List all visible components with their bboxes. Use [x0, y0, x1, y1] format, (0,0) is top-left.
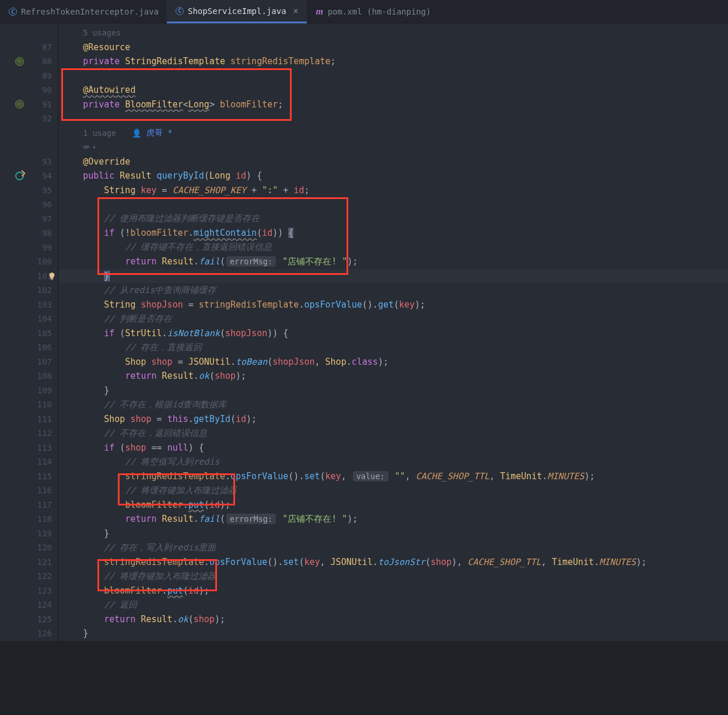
class-file-icon: C [175, 6, 184, 16]
line-number[interactable]: 119 [0, 526, 58, 541]
line-number[interactable]: ⟲88 [0, 54, 58, 69]
tab-label: ShopServiceImpl.java [188, 6, 286, 16]
line-number[interactable]: 123 [0, 584, 58, 598]
line-number[interactable]: 121 [0, 555, 58, 570]
line-number[interactable]: 114 [0, 455, 58, 469]
line-number[interactable]: 125 [0, 612, 58, 627]
usages-hint[interactable]: 1 usage [83, 128, 116, 138]
line-number[interactable]: 107 [0, 355, 58, 369]
line-number[interactable]: 106 [0, 340, 58, 355]
gutter-override-icon[interactable] [15, 171, 24, 180]
editor: 87 ⟲88 89 90 ⟲91 92 93 94 95 96 97 98 99… [0, 23, 728, 641]
line-number[interactable]: 90 [0, 83, 58, 97]
line-number[interactable]: 102 [0, 283, 58, 298]
line-number[interactable]: 112 [0, 426, 58, 441]
inlay-method-icon[interactable]: ⚮ [83, 142, 90, 152]
param-hint: value: [353, 471, 388, 482]
editor-tabs: C RefreshTokenInterceptor.java C ShopSer… [0, 0, 728, 23]
line-number[interactable]: 109 [0, 383, 58, 398]
line-number[interactable]: 98 [0, 226, 58, 240]
line-number[interactable]: 122 [0, 569, 58, 584]
line-number[interactable]: 105 [0, 326, 58, 341]
line-number[interactable]: 124 [0, 598, 58, 612]
line-number[interactable]: 120 [0, 540, 58, 555]
line-number[interactable]: 115 [0, 469, 58, 484]
tab-shop-service-impl[interactable]: C ShopServiceImpl.java × [167, 0, 307, 23]
chevron-down-icon[interactable]: ▾ [92, 144, 96, 151]
current-line[interactable]: } [58, 269, 728, 284]
annotation: @Autowired [83, 85, 135, 95]
line-number[interactable]: 103 [0, 298, 58, 312]
line-number[interactable]: 96 [0, 197, 58, 212]
line-number[interactable]: 118 [0, 512, 58, 526]
close-tab-icon[interactable]: × [293, 6, 299, 16]
param-hint: errorMsg: [226, 514, 276, 524]
line-number[interactable]: 113 [0, 441, 58, 455]
annotation: @Resource [83, 42, 130, 53]
line-number[interactable]: 116 [0, 483, 58, 498]
line-number[interactable]: 110 [0, 397, 58, 412]
line-number[interactable]: 111 [0, 412, 58, 427]
gutter-marker-icon[interactable]: ⟲ [15, 100, 24, 109]
tab-label: RefreshTokenInterceptor.java [21, 7, 159, 16]
line-number[interactable]: 89 [0, 69, 58, 83]
svg-rect-0 [51, 279, 53, 280]
line-number[interactable]: 94 [0, 169, 58, 183]
tab-pom-xml[interactable]: m pom.xml (hm-dianping) [307, 0, 439, 23]
line-number[interactable]: 97 [0, 212, 58, 226]
lightbulb-icon[interactable] [48, 272, 56, 280]
tab-refresh-token[interactable]: C RefreshTokenInterceptor.java [0, 0, 167, 23]
author-hint[interactable]: 虎哥 * [146, 128, 172, 138]
line-number[interactable]: 126 [0, 626, 58, 641]
usages-hint[interactable]: 5 usages [83, 28, 121, 37]
line-number[interactable]: 117 [0, 498, 58, 512]
line-number[interactable]: 87 [0, 40, 58, 55]
line-number[interactable]: 100 [0, 254, 58, 269]
maven-file-icon: m [315, 7, 324, 16]
line-number[interactable]: 108 [0, 369, 58, 383]
annotation: @Override [83, 156, 130, 167]
line-number[interactable]: 93 [0, 155, 58, 169]
line-number[interactable]: 95 [0, 183, 58, 198]
gutter-marker-icon[interactable]: ⟲ [15, 57, 24, 66]
line-number[interactable]: ⟲91 [0, 97, 58, 112]
line-number[interactable]: 92 [0, 111, 58, 126]
class-file-icon: C [8, 7, 18, 16]
gutter: 87 ⟲88 89 90 ⟲91 92 93 94 95 96 97 98 99… [0, 23, 58, 641]
tab-label: pom.xml (hm-dianping) [328, 7, 431, 16]
line-number[interactable]: 99 [0, 240, 58, 255]
code-area[interactable]: 5 usages @Resource private StringRedisTe… [58, 23, 728, 641]
param-hint: errorMsg: [226, 256, 276, 267]
line-number[interactable]: 104 [0, 312, 58, 326]
